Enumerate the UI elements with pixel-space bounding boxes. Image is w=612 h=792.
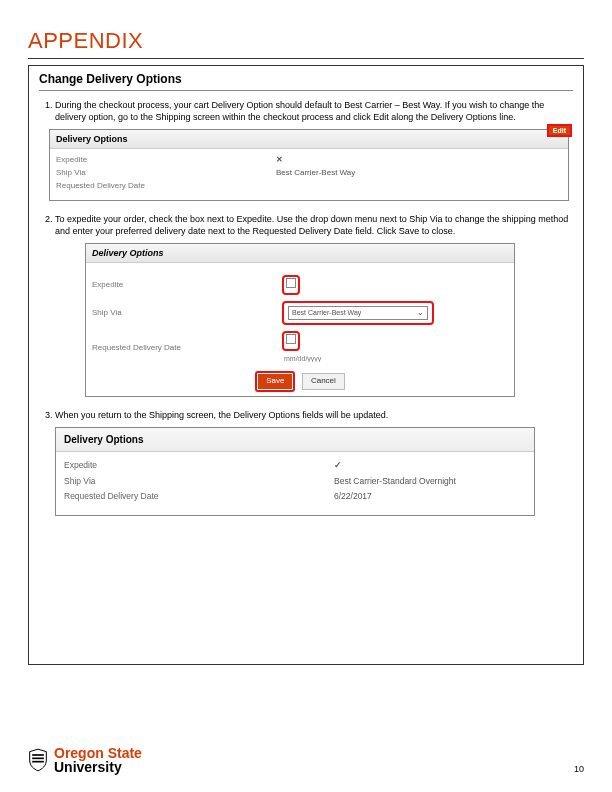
label-expedite: Expedite (92, 280, 282, 291)
chevron-down-icon: ⌄ (417, 308, 424, 319)
row-shipvia: Ship Via Best Carrier-Best Way ⌄ (92, 301, 508, 325)
row-reqdate: Requested Delivery Date 6/22/2017 (64, 491, 526, 502)
highlight-box: Best Carrier-Best Way ⌄ (282, 301, 434, 325)
divider (39, 90, 573, 91)
row-expedite: Expedite ✕ (56, 155, 562, 166)
row-reqdate: Requested Delivery Date (56, 181, 562, 192)
logo-text: Oregon State University (54, 746, 142, 774)
row-expedite: Expedite (92, 275, 508, 295)
label-reqdate: Requested Delivery Date (64, 491, 334, 502)
expedite-checkbox[interactable] (286, 278, 296, 288)
steps-list: During the checkout process, your cart D… (39, 99, 573, 516)
shipvia-select-value: Best Carrier-Best Way (292, 308, 361, 317)
section-title: Change Delivery Options (39, 72, 573, 86)
highlight-box: Save (255, 371, 295, 392)
label-reqdate: Requested Delivery Date (56, 181, 276, 192)
svg-rect-1 (32, 758, 44, 760)
value-expedite: ✕ (276, 155, 562, 166)
shipvia-select[interactable]: Best Carrier-Best Way ⌄ (288, 306, 428, 320)
panel-header: Delivery Options (56, 428, 534, 453)
page-number: 10 (574, 764, 584, 774)
panel-title: Delivery Options (56, 134, 128, 144)
page-footer: Oregon State University 10 (28, 746, 584, 774)
label-shipvia: Ship Via (64, 476, 334, 487)
row-reqdate: Requested Delivery Date (92, 331, 508, 365)
divider (28, 58, 584, 59)
step-3: When you return to the Shipping screen, … (55, 409, 573, 516)
step-2: To expedite your order, check the box ne… (55, 213, 573, 397)
label-expedite: Expedite (56, 155, 276, 166)
value-expedite: ✓ (334, 460, 526, 471)
row-shipvia: Ship Via Best Carrier-Best Way (56, 168, 562, 179)
value-shipvia: Best Carrier-Best Way (276, 168, 562, 179)
highlight-box (282, 331, 300, 351)
step-text: During the checkout process, your cart D… (55, 99, 573, 123)
step-1: During the checkout process, your cart D… (55, 99, 573, 201)
org-name-line2: University (54, 760, 142, 774)
label-expedite: Expedite (64, 460, 334, 471)
label-shipvia: Ship Via (56, 168, 276, 179)
screenshot-delivery-options-updated: Delivery Options Expedite ✓ Ship Via Bes… (55, 427, 535, 516)
panel-header: Delivery Options Edit (50, 130, 568, 149)
row-expedite: Expedite ✓ (64, 460, 526, 471)
value-shipvia: Best Carrier-Standard Overnight (334, 476, 526, 487)
row-shipvia: Ship Via Best Carrier-Standard Overnight (64, 476, 526, 487)
content-box: Change Delivery Options During the check… (28, 65, 584, 665)
svg-rect-2 (32, 761, 44, 763)
cancel-button[interactable]: Cancel (302, 373, 345, 390)
org-name-line1: Oregon State (54, 746, 142, 760)
screenshot-delivery-options-edit: Delivery Options Expedite Ship Via (85, 243, 515, 397)
value-reqdate (276, 181, 562, 192)
step-text: To expedite your order, check the box ne… (55, 213, 573, 237)
screenshot-delivery-options: Delivery Options Edit Expedite ✕ Ship Vi… (49, 129, 569, 201)
reqdate-checkbox[interactable] (286, 334, 296, 344)
label-reqdate: Requested Delivery Date (92, 343, 282, 354)
panel-header: Delivery Options (86, 244, 514, 263)
osu-logo: Oregon State University (28, 746, 142, 774)
shield-icon (28, 748, 48, 772)
highlight-box (282, 275, 300, 295)
value-reqdate: 6/22/2017 (334, 491, 526, 502)
edit-button[interactable]: Edit (547, 124, 572, 137)
appendix-title: APPENDIX (28, 28, 584, 54)
label-shipvia: Ship Via (92, 308, 282, 319)
save-button[interactable]: Save (258, 374, 292, 389)
step-text: When you return to the Shipping screen, … (55, 409, 573, 421)
reqdate-input[interactable] (282, 353, 352, 365)
svg-rect-0 (32, 754, 44, 756)
